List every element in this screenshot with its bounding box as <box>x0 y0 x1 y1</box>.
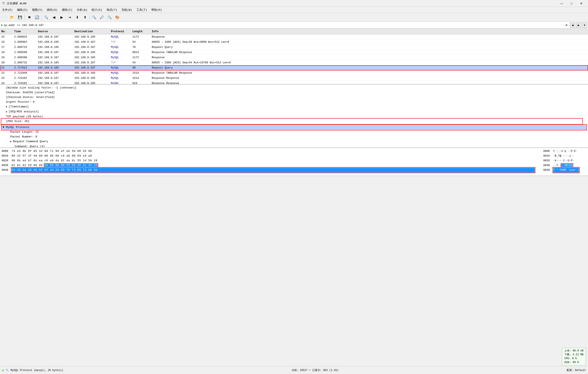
statusbar-stats: 分组: 33527 • 已显示: 363 (1.1%) <box>292 369 338 372</box>
menu-item-Y[interactable]: 电话(Y) <box>105 7 119 13</box>
table-row[interactable]: 192.696590192.168.0.107192.168.0.105MySQ… <box>0 55 588 60</box>
hex-ascii-highlight-4: T * FROM `user`; <box>553 168 579 173</box>
packet-rows: 152.688825192.168.0.107192.168.0.105MySQ… <box>0 34 588 85</box>
col-destination: Destination <box>73 30 110 33</box>
net-cpu: CPU: 8 % <box>564 357 584 361</box>
capture-status-icon: ● <box>2 369 4 372</box>
filter-next-button[interactable]: ▶ <box>576 22 581 28</box>
menu-item-C[interactable]: 捕状(C) <box>60 7 74 13</box>
net-widget: 上传: 60.9 kB 下载: 4.21 MB CPU: 8 % 内存: 89 … <box>562 348 586 365</box>
tb-capture-stop-button[interactable]: ⬆ <box>81 14 89 21</box>
detail-packet-length: Packet Length: 22 <box>2 130 586 135</box>
titlebar-left: 🦈 正在捕获 WLAN <box>2 1 26 5</box>
col-length: Length <box>131 30 150 33</box>
statusbar: ● 🔧 MySQL Protocol (mysql), 26 byte(s) 分… <box>0 366 588 374</box>
hex-offset-1: 0010 <box>2 154 10 158</box>
hex-left: 0000 74 e5 0b 9f 05 32 08 71 90 af eb 50… <box>2 149 535 175</box>
detail-command: Command: Query (3) <box>2 144 586 148</box>
menu-item-S[interactable]: 统计(S) <box>89 7 104 13</box>
tb-open-button[interactable]: 📂 <box>9 14 16 21</box>
detail-timestamps[interactable]: [Timestamps] <box>2 104 586 109</box>
menu-item-G[interactable]: 跳转(G) <box>45 7 60 13</box>
col-source: Source <box>37 30 73 33</box>
hex-ascii-1: 0010 ·B_?@·····i·· <box>543 154 586 158</box>
menu-item-E[interactable]: 文件(E) <box>0 7 15 13</box>
toolbar-separator-2 <box>42 15 42 20</box>
toolbar: 📄 📂 💾 ✖ 🔄 🔍 ◀ ▶ ⇥ ⬇ ⬆ 🔍 🔎 🔍 🎨 <box>0 13 588 22</box>
tb-forward-button[interactable]: ▶ <box>58 14 65 21</box>
filter-input[interactable] <box>3 22 563 28</box>
detail-line-4: Urgent Pointer: 0 <box>2 100 586 104</box>
tb-new-button[interactable]: 📄 <box>1 14 8 21</box>
table-row[interactable]: 172.689723192.168.0.105192.168.0.107MySQ… <box>0 45 588 50</box>
filter-dropdown-button[interactable]: ▼ <box>582 22 587 28</box>
tb-capture-start-button[interactable]: ⬇ <box>74 14 81 21</box>
tb-back-button[interactable]: ◀ <box>50 14 58 21</box>
filter-prev-button[interactable]: ◀ <box>570 22 575 28</box>
hex-row-0: 0000 74 e5 0b 9f 05 32 08 71 90 af eb 50… <box>2 149 535 154</box>
hex-row-3: 0030 02 01 82 59 00 00 16 00 00 00 03 53… <box>2 163 535 168</box>
minimize-button[interactable]: — <box>557 0 567 7</box>
hex-right: 0000 t····2·q ··P·E· 0010 ·B_?@·····i·· … <box>543 149 586 175</box>
net-upload: 上传: 60.9 kB <box>564 349 584 353</box>
tb-reload-button[interactable]: 🔄 <box>33 14 41 21</box>
filter-status-dot: ● <box>1 23 3 27</box>
hex-ascii-highlight-3: ··SELEC <box>561 164 573 167</box>
table-row[interactable]: 152.688825192.168.0.107192.168.0.105MySQ… <box>0 34 588 40</box>
hex-panel: 0000 74 e5 0b 9f 05 32 08 71 90 af eb 50… <box>0 148 588 176</box>
statusbar-config: 配置: Default <box>567 368 586 372</box>
tb-save-button[interactable]: 💾 <box>16 14 24 21</box>
close-button[interactable]: ✕ <box>576 0 586 7</box>
menu-item-T[interactable]: 工具(T) <box>134 7 149 13</box>
detail-line-3: [Checksum Status: Unverified] <box>2 95 586 100</box>
detail-mysql-protocol[interactable]: ▼ MySQL Protocol <box>2 125 586 130</box>
hex-ascii-4: 0040 T * FROM `user`; <box>543 168 586 173</box>
hex-ascii-0: 0000 t····2·q ··P·E· <box>543 149 586 154</box>
app-icon: 🦈 <box>2 2 5 5</box>
statusbar-right: 配置: Default <box>567 368 586 372</box>
tb-zoom-out-button[interactable]: 🔍 <box>106 14 113 21</box>
menu-item-V[interactable]: 视图(V) <box>30 7 45 13</box>
col-time: Time <box>13 30 37 33</box>
filterbar: ● ✕ ◀ ▶ ▼ <box>0 22 588 29</box>
table-row[interactable]: 202.696732192.168.0.105192.168.0.107TCP5… <box>0 60 588 65</box>
filter-clear-button[interactable]: ✕ <box>564 22 569 28</box>
net-download: 下载: 4.21 MB <box>564 353 584 357</box>
col-protocol: Protocol <box>110 30 131 33</box>
detail-request-query[interactable]: Request Command Query <box>2 139 586 144</box>
tb-zoom-in-button[interactable]: 🔍 <box>91 14 98 21</box>
menu-item-H[interactable]: 帮助(H) <box>149 7 164 13</box>
menubar: 文件(E)编辑(E)视图(V)跳转(G)捕状(C)分析(A)统计(S)电话(Y)… <box>0 7 588 13</box>
tb-goto-button[interactable]: ⇥ <box>66 14 73 21</box>
table-row[interactable]: 242.723101192.168.0.107192.168.0.105MySQ… <box>0 81 588 85</box>
menu-item-E[interactable]: 编辑(E) <box>15 7 30 13</box>
tb-zoom-normal-button[interactable]: 🔎 <box>98 14 105 21</box>
detail-seqack[interactable]: [SEQ/ACK analysis] <box>2 109 586 114</box>
detail-panel: [Window size scaling factor: -1 (unknown… <box>0 85 588 148</box>
tb-search-button[interactable]: 🔍 <box>42 14 50 21</box>
table-row[interactable]: 162.688962192.168.0.105192.168.0.107TCP5… <box>0 40 588 45</box>
hex-highlight-start: 16 00 00 00 03 53 45 4c 45 43 <box>44 164 98 167</box>
hex-bytes-2: 00 6b ed b7 0c ea c6 a0 4a 02 da 0c 55 1… <box>12 158 535 163</box>
hex-ascii-2: 0020 ·k····J··U·P· <box>543 158 586 163</box>
titlebar: 🦈 正在捕获 WLAN — □ ✕ <box>0 0 588 7</box>
maximize-button[interactable]: □ <box>567 0 576 7</box>
hex-offset-0: 0000 <box>2 149 10 154</box>
table-row[interactable]: 212.717612192.168.0.105192.168.0.107MySQ… <box>0 65 588 71</box>
hex-ascii-3: 0030 ··Y····SELEC <box>543 163 586 168</box>
table-row[interactable]: 222.722949192.168.0.107192.168.0.105MySQ… <box>0 71 588 76</box>
hex-offset-2: 0020 <box>2 158 10 163</box>
hex-bytes-4: 54 20 2a 20 46 52 4f 4d 20 60 75 73 65 7… <box>12 168 535 173</box>
menu-item-W[interactable]: 无线(W) <box>119 7 134 13</box>
capture-icon-2: 🔧 <box>6 369 9 372</box>
table-row[interactable]: 182.696590192.168.0.107192.168.0.105MySQ… <box>0 50 588 55</box>
tb-colorize-button[interactable]: 🎨 <box>114 14 121 21</box>
tb-close-button[interactable]: ✖ <box>26 14 33 21</box>
table-row[interactable]: 232.723101192.168.0.107192.168.0.105MySQ… <box>0 76 588 81</box>
toolbar-separator-3 <box>89 15 90 20</box>
menu-item-A[interactable]: 分析(A) <box>74 7 89 13</box>
hex-bytes-1: 00 42 5f 3f 40 00 80 06 00 c0 a8 00 69 c… <box>12 154 535 158</box>
titlebar-controls: — □ ✕ <box>557 0 586 7</box>
hex-row-1: 0010 00 42 5f 3f 40 00 80 06 00 c0 a8 00… <box>2 154 535 158</box>
detail-line-1: [Window size scaling factor: -1 (unknown… <box>2 85 586 90</box>
